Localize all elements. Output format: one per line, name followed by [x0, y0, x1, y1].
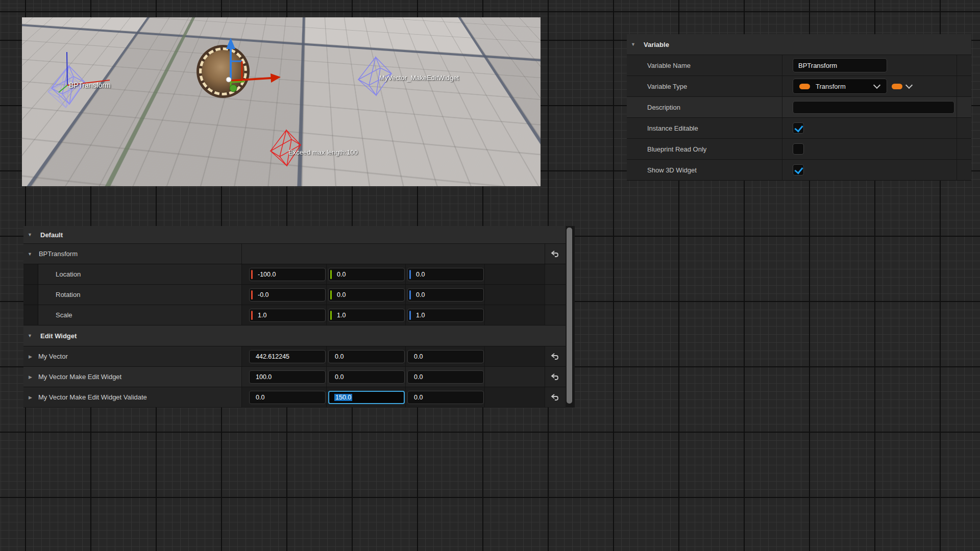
- blueprint-read-only-label: Blueprint Read Only: [627, 139, 782, 159]
- reset-to-default-button[interactable]: [545, 244, 566, 264]
- my-vector-row[interactable]: ▶ My Vector 442.612245 0.0 0.0: [23, 346, 566, 367]
- bptransform-name-cell: ▼ BPTransform: [23, 244, 242, 264]
- variable-type-row: Variable Type Transform: [627, 76, 971, 97]
- my-vector-y-input[interactable]: 0.0: [328, 350, 405, 363]
- blueprint-editor: { "viewport": { "label_bptransform": "BP…: [0, 0, 980, 551]
- reset-column: [957, 118, 971, 138]
- sphere-dashed-ring: [199, 47, 247, 95]
- my-vector-x-input[interactable]: 442.612245: [249, 350, 326, 363]
- location-y-input[interactable]: 0.0: [328, 268, 405, 281]
- checkmark-icon: [794, 165, 803, 174]
- scale-row[interactable]: Scale 1.0 1.0 1.0: [23, 305, 566, 325]
- rotation-row[interactable]: Rotation -0.0 0.0 0.0: [23, 285, 566, 305]
- bptransform-row[interactable]: ▼ BPTransform: [23, 244, 566, 264]
- edit-widget-category-header[interactable]: ▼ Edit Widget: [23, 325, 566, 346]
- indent-guide: [23, 285, 38, 305]
- rotation-y-input[interactable]: 0.0: [328, 288, 405, 302]
- description-label: Description: [627, 97, 782, 117]
- rotation-label: Rotation: [56, 291, 80, 298]
- my-vector-make-edit-widget-x-input[interactable]: 100.0: [249, 370, 326, 384]
- details-scrollbar-track[interactable]: [566, 226, 575, 408]
- 3d-viewport[interactable]: BPTransform MyVector_MakeEditWidget Exce…: [22, 17, 541, 186]
- description-input[interactable]: [793, 101, 954, 114]
- variable-panel-title: Variable: [644, 41, 669, 48]
- variable-details-panel: ▼ Variable Variable Name BPTransform Var…: [627, 34, 971, 181]
- reset-to-default-button[interactable]: [545, 387, 566, 407]
- my-vector-make-edit-widget-validate-label: My Vector Make Edit Widget Validate: [38, 393, 147, 401]
- details-scrollbar-thumb[interactable]: [567, 228, 572, 404]
- viewport-label-myvector: MyVector_MakeEditWidget: [379, 74, 459, 82]
- scale-z-input[interactable]: 1.0: [407, 309, 484, 322]
- instance-editable-checkbox[interactable]: [793, 122, 804, 134]
- show-3d-widget-row: Show 3D Widget: [627, 160, 971, 181]
- rotation-x-input[interactable]: -0.0: [249, 288, 326, 302]
- location-x-input[interactable]: -100.0: [249, 268, 326, 281]
- x-axis-colorbar: [251, 270, 253, 279]
- revert-arrow-icon: [551, 251, 560, 258]
- description-row: Description: [627, 97, 971, 118]
- reset-column: [957, 97, 971, 117]
- y-axis-colorbar: [330, 311, 332, 320]
- chevron-right-icon[interactable]: ▶: [29, 354, 32, 359]
- indent-guide: [23, 264, 38, 284]
- my-vector-z-input[interactable]: 0.0: [407, 350, 484, 363]
- default-category-header[interactable]: ▼ Default: [23, 226, 566, 244]
- variable-name-row: Variable Name BPTransform: [627, 55, 971, 76]
- viewport-floor-grid: [22, 17, 541, 54]
- reset-column: [957, 76, 971, 96]
- edit-widget-header-title: Edit Widget: [40, 332, 77, 340]
- revert-arrow-icon: [551, 394, 560, 401]
- chevron-down-icon[interactable]: ▼: [28, 252, 32, 257]
- blueprint-read-only-checkbox[interactable]: [793, 143, 804, 155]
- my-vector-make-edit-widget-validate-y-input[interactable]: 150.0: [328, 391, 405, 404]
- show-3d-widget-checkbox[interactable]: [793, 164, 804, 176]
- my-vector-make-edit-widget-z-input[interactable]: 0.0: [407, 370, 484, 384]
- reset-to-default-button[interactable]: [545, 367, 566, 387]
- location-label: Location: [56, 270, 81, 278]
- reset-column: [957, 160, 971, 180]
- my-vector-make-edit-widget-y-input[interactable]: 0.0: [328, 370, 405, 384]
- instance-editable-label: Instance Editable: [627, 118, 782, 138]
- scale-y-input[interactable]: 1.0: [328, 309, 405, 322]
- variable-type-label: Variable Type: [627, 76, 782, 96]
- instance-editable-row: Instance Editable: [627, 118, 971, 139]
- z-axis-colorbar: [409, 290, 411, 299]
- container-type-picker[interactable]: [892, 84, 912, 89]
- container-type-pill-icon: [892, 84, 902, 89]
- reset-column: [957, 55, 971, 76]
- chevron-right-icon[interactable]: ▶: [29, 395, 32, 400]
- location-z-input[interactable]: 0.0: [407, 268, 484, 281]
- bptransform-label: BPTransform: [39, 250, 78, 258]
- scale-name-cell: Scale: [23, 305, 242, 325]
- variable-type-value: Transform: [816, 83, 846, 90]
- x-axis-colorbar: [251, 311, 253, 320]
- variable-name-input[interactable]: BPTransform: [793, 58, 887, 72]
- revert-arrow-icon: [551, 373, 560, 381]
- chevron-down-icon: [905, 82, 913, 89]
- reset-to-default-button[interactable]: [545, 346, 566, 366]
- location-name-cell: Location: [23, 264, 242, 284]
- chevron-down-icon: [873, 82, 880, 89]
- my-vector-make-edit-widget-name-cell: ▶ My Vector Make Edit Widget: [23, 367, 242, 387]
- transform-type-pill-icon: [799, 84, 810, 89]
- variable-type-dropdown[interactable]: Transform: [793, 79, 887, 94]
- my-vector-make-edit-widget-row[interactable]: ▶ My Vector Make Edit Widget 100.0 0.0 0…: [23, 367, 566, 387]
- defaults-details-panel: ▼ Default ▼ BPTransform: [23, 226, 575, 408]
- y-axis-colorbar: [330, 270, 332, 279]
- chevron-right-icon[interactable]: ▶: [29, 374, 32, 380]
- variable-category-header[interactable]: ▼ Variable: [627, 34, 971, 55]
- scale-x-input[interactable]: 1.0: [249, 309, 326, 322]
- location-row[interactable]: Location -100.0 0.0 0.0: [23, 264, 566, 285]
- x-axis-colorbar: [251, 290, 253, 299]
- sphere-actor[interactable]: [197, 45, 250, 98]
- chevron-down-icon: ▼: [28, 232, 35, 237]
- viewport-label-bptransform: BPTransform: [69, 81, 111, 89]
- my-vector-make-edit-widget-validate-z-input[interactable]: 0.0: [407, 391, 484, 404]
- selected-text: 150.0: [334, 394, 352, 401]
- rotation-z-input[interactable]: 0.0: [407, 288, 484, 302]
- y-axis-colorbar: [330, 290, 332, 299]
- my-vector-make-edit-widget-validate-row[interactable]: ▶ My Vector Make Edit Widget Validate 0.…: [23, 387, 566, 408]
- my-vector-make-edit-widget-validate-x-input[interactable]: 0.0: [249, 391, 326, 404]
- my-vector-label: My Vector: [38, 353, 68, 360]
- show-3d-widget-label: Show 3D Widget: [627, 160, 782, 180]
